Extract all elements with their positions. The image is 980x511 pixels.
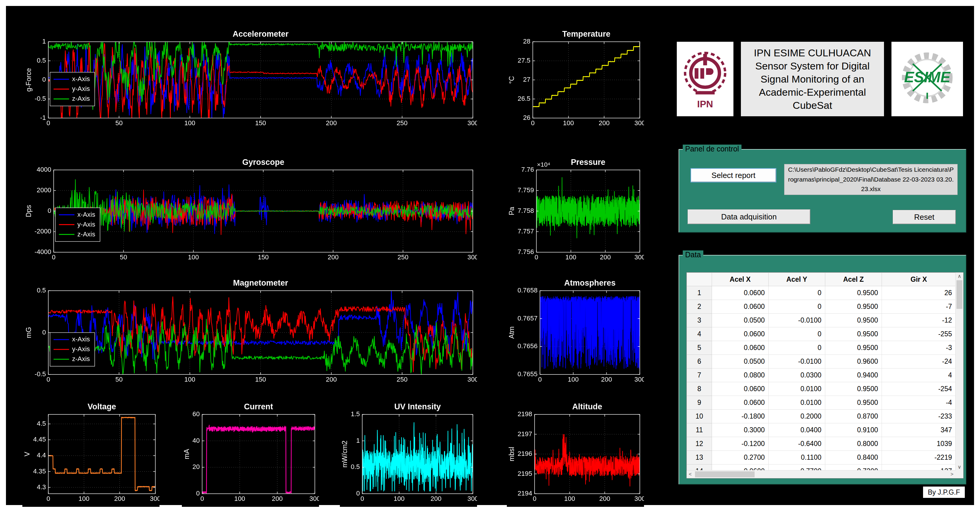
table-row: 60.0500-0.01000.9600-24 bbox=[687, 355, 956, 368]
table-cell[interactable]: 0.0600 bbox=[712, 286, 768, 300]
table-cell[interactable]: 0 bbox=[768, 327, 825, 341]
table-cell[interactable]: 0.0600 bbox=[712, 396, 768, 410]
table-cell[interactable]: 0.0500 bbox=[712, 355, 768, 368]
table-row: 40.060000.9500-255 bbox=[687, 327, 956, 341]
table-cell[interactable]: 0.9500 bbox=[825, 341, 882, 355]
scroll-left-icon[interactable]: < bbox=[687, 470, 694, 478]
table-cell[interactable]: 0 bbox=[768, 341, 825, 355]
table-cell[interactable]: 0.0600 bbox=[712, 382, 768, 396]
horizontal-scrollbar[interactable]: < > bbox=[687, 470, 956, 478]
column-header[interactable]: Acel X bbox=[712, 273, 768, 286]
table-cell[interactable]: 1039 bbox=[882, 437, 956, 451]
table-cell[interactable]: -2219 bbox=[882, 451, 956, 465]
chart-gyroscope bbox=[24, 155, 477, 265]
column-header[interactable]: Acel Y bbox=[768, 273, 825, 286]
table-cell[interactable]: -255 bbox=[882, 327, 956, 341]
cubesat-monitor-window: IPN IPN ESIME CULHUACAN Sensor System fo… bbox=[0, 0, 980, 511]
table-cell[interactable]: 0.0600 bbox=[712, 341, 768, 355]
app-title: IPN ESIME CULHUACAN Sensor System for Di… bbox=[741, 42, 884, 116]
table-cell[interactable]: 0.8700 bbox=[825, 410, 882, 423]
table-cell[interactable]: 0.0600 bbox=[712, 327, 768, 341]
table-cell[interactable]: 0.0800 bbox=[712, 368, 768, 382]
select-report-button[interactable]: Select report bbox=[690, 168, 776, 183]
table-cell[interactable]: 4 bbox=[882, 368, 956, 382]
chart-atmospheres bbox=[507, 276, 644, 388]
ipn-logo-text: IPN bbox=[697, 99, 713, 109]
pressure-canvas bbox=[507, 155, 644, 265]
table-cell[interactable]: -0.0100 bbox=[768, 355, 825, 368]
table-cell[interactable]: 0.9400 bbox=[825, 368, 882, 382]
reset-button[interactable]: Reset bbox=[892, 210, 956, 224]
table-cell[interactable]: 0.8400 bbox=[825, 451, 882, 465]
table-cell[interactable]: 0.7700 bbox=[768, 465, 825, 471]
table-cell[interactable]: -233 bbox=[882, 410, 956, 423]
table-cell[interactable]: 0.9500 bbox=[825, 314, 882, 327]
table-cell[interactable]: 0.2700 bbox=[712, 451, 768, 465]
scroll-right-icon[interactable]: > bbox=[948, 470, 956, 478]
table-cell[interactable]: 0.0100 bbox=[768, 382, 825, 396]
scroll-down-icon[interactable]: ∨ bbox=[956, 463, 963, 470]
scroll-up-icon[interactable]: ∧ bbox=[956, 272, 963, 280]
table-cell[interactable]: -0.1200 bbox=[712, 437, 768, 451]
table-cell[interactable]: 0 bbox=[768, 286, 825, 300]
table-cell[interactable]: 0.0100 bbox=[768, 396, 825, 410]
table-cell[interactable]: -7 bbox=[882, 300, 956, 314]
table-cell[interactable]: 0.0500 bbox=[712, 314, 768, 327]
row-number: 7 bbox=[687, 368, 712, 382]
table-cell[interactable]: -0.6400 bbox=[768, 437, 825, 451]
data-panel-title: Data bbox=[683, 250, 703, 259]
vertical-scrollbar[interactable]: ∧ ∨ bbox=[955, 272, 963, 470]
table-cell[interactable]: 0.0400 bbox=[768, 423, 825, 437]
table-row: 70.08000.03000.94004 bbox=[687, 368, 956, 382]
temperature-canvas bbox=[507, 27, 644, 131]
table-row: 10.060000.950026 bbox=[687, 286, 956, 300]
table-cell[interactable]: 0.9500 bbox=[825, 396, 882, 410]
table-row: 130.27000.11000.8400-2219 bbox=[687, 451, 956, 465]
row-number: 14 bbox=[687, 465, 712, 471]
table-row: 80.06000.01000.9500-254 bbox=[687, 382, 956, 396]
data-panel: Data Acel XAcel YAcel ZGir X 10.060000.9… bbox=[679, 255, 966, 484]
table-row: 110.30000.04000.9100347 bbox=[687, 423, 956, 437]
row-number: 9 bbox=[687, 396, 712, 410]
table-header-row: Acel XAcel YAcel ZGir X bbox=[687, 273, 956, 286]
table-cell[interactable]: 0.2000 bbox=[768, 410, 825, 423]
table-cell[interactable]: 0.8000 bbox=[825, 437, 882, 451]
chart-temperature bbox=[507, 27, 644, 131]
table-cell[interactable]: 347 bbox=[882, 423, 956, 437]
table-cell[interactable]: 26 bbox=[882, 286, 956, 300]
table-cell[interactable]: 0.9500 bbox=[825, 327, 882, 341]
row-number: 11 bbox=[687, 423, 712, 437]
table-cell[interactable]: 0.9500 bbox=[825, 300, 882, 314]
table-cell[interactable]: 0.3000 bbox=[712, 423, 768, 437]
uv-intensity-canvas bbox=[340, 400, 477, 507]
data-acquisition-button[interactable]: Data adquisition bbox=[687, 209, 810, 224]
table-cell[interactable]: 0.9100 bbox=[825, 423, 882, 437]
horizontal-scroll-thumb[interactable] bbox=[695, 471, 755, 477]
table-row: 12-0.1200-0.64000.80001039 bbox=[687, 437, 956, 451]
table-cell[interactable]: 0.0600 bbox=[712, 300, 768, 314]
table-cell[interactable]: 127 bbox=[882, 465, 956, 471]
table-cell[interactable]: -3 bbox=[882, 341, 956, 355]
column-header[interactable]: Acel Z bbox=[825, 273, 882, 286]
table-cell[interactable]: -12 bbox=[882, 314, 956, 327]
table-row: 140.06000.77000.7200127 bbox=[687, 465, 956, 471]
table-cell[interactable]: 0.7200 bbox=[825, 465, 882, 471]
table-cell[interactable]: -0.1800 bbox=[712, 410, 768, 423]
table-cell[interactable]: 0.9500 bbox=[825, 382, 882, 396]
table-cell[interactable]: 0.9600 bbox=[825, 355, 882, 368]
table-cell[interactable]: -0.0100 bbox=[768, 314, 825, 327]
table-cell[interactable]: 0.1100 bbox=[768, 451, 825, 465]
table-cell[interactable]: -4 bbox=[882, 396, 956, 410]
table-cell[interactable]: 0 bbox=[768, 300, 825, 314]
vertical-scroll-thumb[interactable] bbox=[956, 280, 963, 309]
esime-logo: ESIME bbox=[891, 42, 963, 116]
chart-voltage bbox=[22, 400, 159, 507]
table-cell[interactable]: 0.0300 bbox=[768, 368, 825, 382]
chart-magnetometer bbox=[24, 276, 477, 388]
column-header[interactable]: Gir X bbox=[882, 273, 956, 286]
table-cell[interactable]: -254 bbox=[882, 382, 956, 396]
row-number: 3 bbox=[687, 314, 712, 327]
table-cell[interactable]: 0.9500 bbox=[825, 286, 882, 300]
table-cell[interactable]: 0.0600 bbox=[712, 465, 768, 471]
table-cell[interactable]: -24 bbox=[882, 355, 956, 368]
